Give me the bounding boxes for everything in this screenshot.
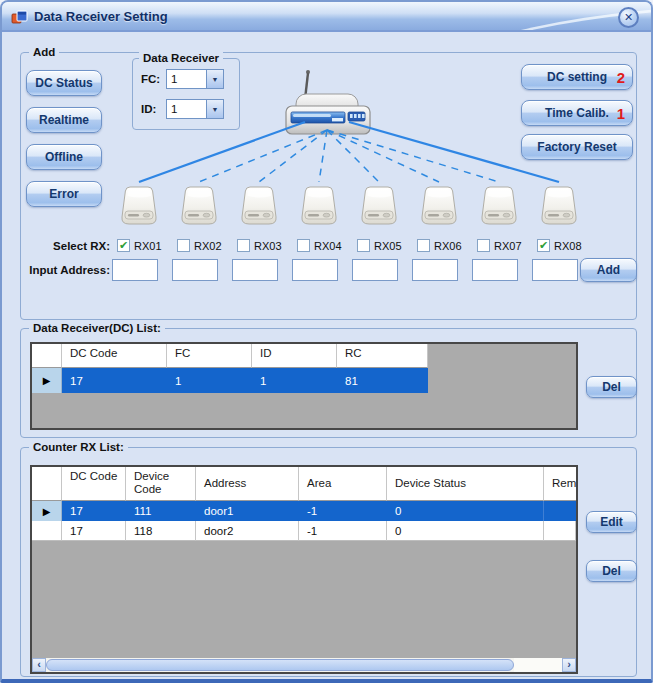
- receiver-drive-icon-6: [416, 184, 462, 228]
- fc-combo-dropdown-icon[interactable]: ▼: [206, 70, 223, 88]
- time-calib-button[interactable]: Time Calib. 1: [521, 100, 633, 126]
- add-button[interactable]: Add: [580, 258, 637, 282]
- rx-list-del-button[interactable]: Del: [586, 560, 637, 582]
- rx-grid-row1-device-status[interactable]: 0: [387, 501, 544, 521]
- checkbox-rx06-label: RX06: [434, 239, 462, 253]
- receiver-drive-icon-3: [236, 184, 282, 228]
- receiver-drive-icon-2: [176, 184, 222, 228]
- scrollbar-thumb[interactable]: [46, 659, 514, 671]
- window-title: Data Receiver Setting: [34, 2, 168, 31]
- rx-grid-row1-device-code[interactable]: 111: [126, 501, 196, 521]
- checkbox-rx01[interactable]: ✔: [117, 239, 130, 252]
- address-input-rx07[interactable]: [472, 259, 518, 281]
- scroll-right-arrow-icon[interactable]: ›: [562, 658, 576, 672]
- id-label: ID:: [141, 103, 156, 115]
- receiver-drive-icon-8: [536, 184, 582, 228]
- close-button[interactable]: ✕: [618, 7, 639, 28]
- error-button-label: Error: [49, 187, 78, 201]
- fc-combo-value: 1: [167, 73, 206, 85]
- add-group-label: Add: [29, 45, 59, 59]
- dc-grid-header-selector: [32, 344, 62, 368]
- error-button[interactable]: Error: [26, 181, 102, 207]
- checkbox-rx07[interactable]: [477, 239, 490, 252]
- rx-grid-row1-dc-code[interactable]: 17: [62, 501, 126, 521]
- address-input-rx08[interactable]: [532, 259, 578, 281]
- checkbox-rx08[interactable]: ✔: [537, 239, 550, 252]
- factory-reset-button-label: Factory Reset: [537, 140, 616, 154]
- rx-grid-header-area[interactable]: Area: [299, 467, 387, 501]
- rx-list-group-label: Counter RX List:: [29, 440, 128, 454]
- rx-list-grid[interactable]: DC Code Device Code Address Area Device …: [30, 465, 578, 674]
- rx-list-edit-button-label: Edit: [600, 515, 623, 529]
- scroll-left-arrow-icon[interactable]: ‹: [32, 658, 46, 672]
- address-input-rx03[interactable]: [232, 259, 278, 281]
- checkbox-rx02[interactable]: [177, 239, 190, 252]
- rx-grid-header-remark[interactable]: Remark: [544, 467, 576, 501]
- checkbox-rx06[interactable]: [417, 239, 430, 252]
- address-input-rx04[interactable]: [292, 259, 338, 281]
- scrollbar-track[interactable]: [514, 658, 562, 672]
- id-combo-dropdown-icon[interactable]: ▼: [206, 100, 223, 118]
- rx-grid-row2-device-status[interactable]: 0: [387, 521, 544, 541]
- address-input-rx01[interactable]: [112, 259, 158, 281]
- rx-grid-row1-address[interactable]: door1: [196, 501, 299, 521]
- rx-grid-row2-address[interactable]: door2: [196, 521, 299, 541]
- dc-setting-button-label: DC setting: [547, 70, 607, 84]
- rx-grid-horizontal-scrollbar[interactable]: ‹ ›: [32, 658, 576, 672]
- dc-grid-header-dc-code[interactable]: DC Code: [62, 344, 167, 368]
- dc-grid-cell-rc[interactable]: 81: [337, 368, 428, 393]
- checkbox-rx03[interactable]: [237, 239, 250, 252]
- time-calib-button-label: Time Calib.: [545, 106, 609, 120]
- id-combo-value: 1: [167, 103, 206, 115]
- checkbox-rx04[interactable]: [297, 239, 310, 252]
- dc-list-del-button[interactable]: Del: [586, 376, 637, 398]
- rx-grid-row2-remark[interactable]: [544, 521, 576, 541]
- rx-grid-row2-area[interactable]: -1: [299, 521, 387, 541]
- address-input-rx06[interactable]: [412, 259, 458, 281]
- add-button-label: Add: [597, 263, 620, 277]
- checkbox-rx03-label: RX03: [254, 239, 282, 253]
- offline-button[interactable]: Offline: [26, 144, 102, 170]
- rx-grid-row1-area[interactable]: -1: [299, 501, 387, 521]
- dc-status-button-label: DC Status: [35, 76, 92, 90]
- address-input-rx05[interactable]: [352, 259, 398, 281]
- rx-grid-header-dc-code[interactable]: DC Code: [62, 467, 126, 501]
- realtime-button-label: Realtime: [39, 113, 89, 127]
- dc-grid-header-fc[interactable]: FC: [167, 344, 252, 368]
- dc-grid-cell-id[interactable]: 1: [252, 368, 337, 393]
- rx-grid-header-device-status[interactable]: Device Status: [387, 467, 544, 501]
- receiver-drive-icon-5: [356, 184, 402, 228]
- offline-button-label: Offline: [45, 150, 83, 164]
- address-input-rx02[interactable]: [172, 259, 218, 281]
- factory-reset-button[interactable]: Factory Reset: [521, 134, 633, 160]
- input-address-label: Input Address:: [14, 264, 110, 276]
- rx-grid-header-selector: [32, 467, 62, 501]
- rx-grid-header-device-code[interactable]: Device Code: [126, 467, 196, 501]
- dc-grid-header-id[interactable]: ID: [252, 344, 337, 368]
- checkbox-rx02-label: RX02: [194, 239, 222, 253]
- dc-list-group-label: Data Receiver(DC) List:: [29, 321, 165, 335]
- dc-setting-step-badge: 2: [617, 69, 625, 86]
- dc-list-grid[interactable]: DC Code FC ID RC ▶ 17 1 1 81: [30, 342, 578, 430]
- rx-grid-header-address[interactable]: Address: [196, 467, 299, 501]
- rx-grid-row1-selector-icon[interactable]: ▶: [32, 501, 62, 521]
- dc-status-button[interactable]: DC Status: [26, 70, 102, 96]
- rx-grid-row2-dc-code[interactable]: 17: [62, 521, 126, 541]
- rx-grid-row2-selector-icon[interactable]: [32, 521, 62, 541]
- id-combo[interactable]: 1 ▼: [166, 99, 224, 119]
- dc-grid-row-selector-icon[interactable]: ▶: [32, 368, 62, 393]
- dc-list-del-button-label: Del: [602, 380, 621, 394]
- checkbox-rx05[interactable]: [357, 239, 370, 252]
- data-concentrator-icon: [274, 68, 380, 142]
- realtime-button[interactable]: Realtime: [26, 107, 102, 133]
- checkbox-rx04-label: RX04: [314, 239, 342, 253]
- fc-label: FC:: [141, 73, 160, 85]
- fc-combo[interactable]: 1 ▼: [166, 69, 224, 89]
- rx-grid-row1-remark[interactable]: [544, 501, 576, 521]
- dc-setting-button[interactable]: DC setting 2: [521, 64, 633, 90]
- dc-grid-header-rc[interactable]: RC: [337, 344, 428, 368]
- dc-grid-cell-fc[interactable]: 1: [167, 368, 252, 393]
- rx-grid-row2-device-code[interactable]: 118: [126, 521, 196, 541]
- dc-grid-cell-dc-code[interactable]: 17: [62, 368, 167, 393]
- rx-list-edit-button[interactable]: Edit: [586, 511, 637, 533]
